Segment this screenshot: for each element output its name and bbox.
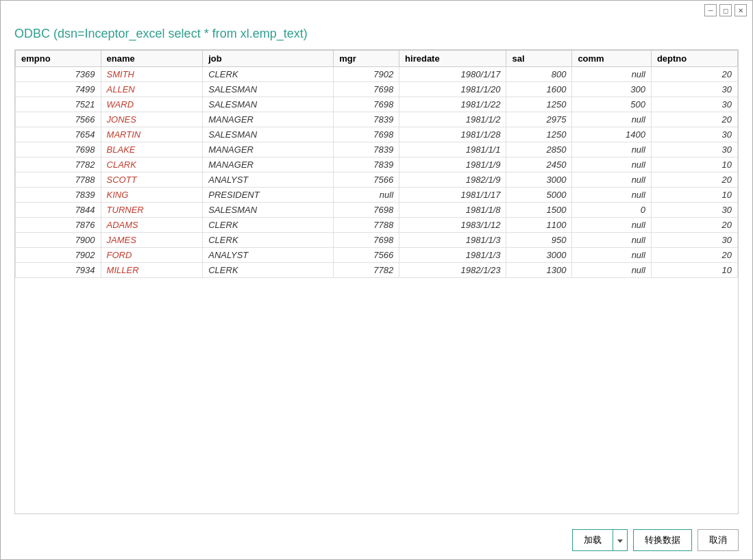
cell-comm: null [572,157,652,173]
load-dropdown-button[interactable] [613,529,628,551]
maximize-button[interactable]: ◻ [719,4,732,16]
table-row: 7788SCOTTANALYST75661982/1/93000null20 [16,173,738,188]
cell-comm: null [572,188,652,203]
table-row: 7844TURNERSALESMAN76981981/1/81500030 [16,203,738,218]
load-button-group: 加载 [572,529,628,551]
table-row: 7566JONESMANAGER78391981/1/22975null20 [16,112,738,127]
cell-deptno: 10 [651,188,737,203]
table-row: 7521WARDSALESMAN76981981/1/22125050030 [16,97,738,112]
cell-ename: MILLER [101,263,203,278]
cell-job: SALESMAN [203,127,334,142]
table-row: 7698BLAKEMANAGER78391981/1/12850null30 [16,142,738,157]
cell-hiredate: 1981/1/9 [399,157,506,173]
cell-comm: null [572,248,652,263]
title-bar: ─ ◻ ✕ [1,1,752,20]
cell-deptno: 30 [651,127,737,142]
cell-mgr: 7566 [334,248,399,263]
cell-empno: 7369 [16,67,101,82]
cell-hiredate: 1981/1/17 [399,188,506,203]
close-button[interactable]: ✕ [735,4,747,16]
table-row: 7839KINGPRESIDENTnull1981/1/175000null10 [16,188,738,203]
cell-sal: 1300 [506,263,572,278]
cell-deptno: 20 [651,173,737,188]
cell-comm: null [572,233,652,248]
cell-job: MANAGER [203,112,334,127]
col-header-sal: sal [506,51,572,67]
cell-ename: MARTIN [101,127,203,142]
cell-hiredate: 1980/1/17 [399,67,506,82]
minimize-button[interactable]: ─ [704,4,717,16]
window-controls: ─ ◻ ✕ [704,4,747,16]
cell-deptno: 30 [651,82,737,97]
cell-ename: SMITH [101,67,203,82]
cell-job: CLERK [203,263,334,278]
table-row: 7876ADAMSCLERK77881983/1/121100null20 [16,218,738,233]
cell-ename: JAMES [101,233,203,248]
cell-empno: 7654 [16,127,101,142]
close-icon: ✕ [738,7,743,14]
cell-empno: 7698 [16,142,101,157]
table-row: 7902FORDANALYST75661981/1/33000null20 [16,248,738,263]
cell-job: SALESMAN [203,82,334,97]
cancel-button[interactable]: 取消 [698,529,739,551]
cell-deptno: 30 [651,203,737,218]
cell-comm: null [572,112,652,127]
table-row: 7369SMITHCLERK79021980/1/17800null20 [16,67,738,82]
cell-job: SALESMAN [203,203,334,218]
cell-mgr: 7698 [334,233,399,248]
cell-hiredate: 1983/1/12 [399,218,506,233]
cell-mgr: 7788 [334,218,399,233]
cell-sal: 800 [506,67,572,82]
cell-sal: 2450 [506,157,572,173]
cell-empno: 7934 [16,263,101,278]
cell-comm: null [572,263,652,278]
cell-sal: 950 [506,233,572,248]
cell-hiredate: 1981/1/22 [399,97,506,112]
cell-mgr: 7698 [334,203,399,218]
cell-comm: null [572,218,652,233]
cell-mgr: 7782 [334,263,399,278]
col-header-hiredate: hiredate [399,51,506,67]
dropdown-arrow-icon [617,539,623,543]
cell-sal: 1500 [506,203,572,218]
convert-button[interactable]: 转换数据 [633,529,692,551]
cell-hiredate: 1981/1/28 [399,127,506,142]
load-button[interactable]: 加载 [572,529,613,551]
table-row: 7654MARTINSALESMAN76981981/1/28125014003… [16,127,738,142]
cell-hiredate: 1981/1/2 [399,112,506,127]
cell-job: CLERK [203,233,334,248]
cell-hiredate: 1981/1/20 [399,82,506,97]
cell-deptno: 20 [651,248,737,263]
footer: 加载 转换数据 取消 [1,521,752,559]
cell-ename: ALLEN [101,82,203,97]
minimize-icon: ─ [708,7,713,14]
col-header-comm: comm [572,51,652,67]
cell-hiredate: 1981/1/3 [399,233,506,248]
col-header-empno: empno [16,51,101,67]
cell-ename: ADAMS [101,218,203,233]
cell-job: ANALYST [203,173,334,188]
col-header-job: job [203,51,334,67]
cell-ename: BLAKE [101,142,203,157]
col-header-mgr: mgr [334,51,399,67]
cell-job: MANAGER [203,142,334,157]
col-header-ename: ename [101,51,203,67]
cell-ename: KING [101,188,203,203]
cell-sal: 1250 [506,127,572,142]
cell-empno: 7782 [16,157,101,173]
cell-hiredate: 1981/1/8 [399,203,506,218]
cell-sal: 1100 [506,218,572,233]
cell-sal: 3000 [506,173,572,188]
cell-mgr: 7698 [334,82,399,97]
cell-sal: 5000 [506,188,572,203]
cell-hiredate: 1981/1/1 [399,142,506,157]
cell-job: ANALYST [203,248,334,263]
table-row: 7782CLARKMANAGER78391981/1/92450null10 [16,157,738,173]
table-container: empno ename job mgr hiredate sal comm de… [14,49,739,514]
cell-empno: 7902 [16,248,101,263]
cell-deptno: 20 [651,112,737,127]
cell-comm: 300 [572,82,652,97]
cell-hiredate: 1982/1/23 [399,263,506,278]
cell-empno: 7499 [16,82,101,97]
cell-job: MANAGER [203,157,334,173]
